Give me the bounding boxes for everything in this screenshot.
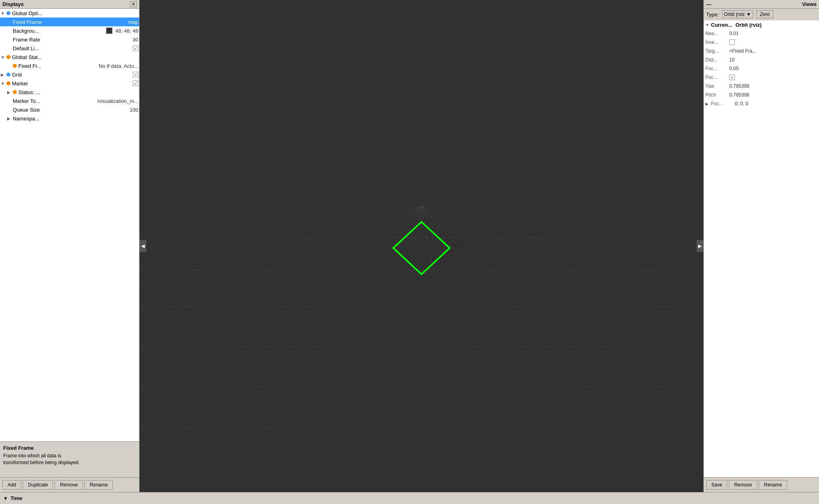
viewport-3d[interactable]: ◀ ▶: [140, 0, 703, 492]
views-type-label: Type:: [706, 12, 719, 18]
expand-icon-status: ▶: [7, 90, 12, 94]
rename-button[interactable]: Rename: [85, 480, 113, 490]
tree-item-grid[interactable]: ▶ Grid: [0, 70, 139, 79]
marker-checkbox[interactable]: [133, 81, 138, 86]
views-type-dropdown[interactable]: Orbit (rviz ▼: [722, 10, 753, 18]
views-dist-value: 10: [729, 57, 734, 63]
views-save-button[interactable]: Save: [706, 480, 727, 490]
expand-icon-focal3: ▶: [705, 102, 710, 106]
tree-item-default-light[interactable]: Default Li...: [0, 44, 139, 53]
views-item-focal2[interactable]: Foc...: [704, 73, 819, 82]
views-near-value: 0.01: [729, 31, 738, 36]
tree-item-frame-rate[interactable]: Frame Rate 30: [0, 35, 139, 44]
views-item-pitch[interactable]: Pitch 0.785398: [704, 91, 819, 99]
time-bar: ▼ Time: [0, 492, 819, 504]
views-item-dist[interactable]: Dist... 10: [704, 55, 819, 64]
tree-item-namespace[interactable]: ▶ Namespa...: [0, 114, 139, 123]
displays-panel: Displays ✕ ▼ Global Opti... Fixed Frame …: [0, 0, 140, 492]
background-color-value: 48; 48; 48: [115, 28, 138, 34]
views-focal1-value: 0.05: [729, 66, 738, 71]
views-tree: ▼ Curren... Orbit (rviz) Nea... 0.01 Inv…: [704, 20, 819, 477]
expand-icon-global-status: ▼: [1, 55, 6, 59]
svg-line-11: [421, 206, 583, 427]
viewport-grid: [140, 0, 703, 492]
views-pitch-value: 0.785398: [729, 92, 749, 98]
tree-item-marker-topic[interactable]: Marker To... /visualization_m...: [0, 96, 139, 105]
fixed-frame-value: map: [128, 19, 138, 25]
collapse-left-button[interactable]: ◀: [140, 240, 146, 252]
views-dist-label: Dist...: [705, 57, 729, 63]
svg-line-23: [421, 206, 703, 286]
fixed-frame-label: Fixed Frame: [13, 19, 127, 25]
description-title: Fixed Frame: [3, 445, 136, 451]
svg-line-24: [421, 206, 703, 327]
add-button[interactable]: Add: [2, 480, 21, 490]
expand-icon-namespace: ▶: [7, 116, 12, 121]
displays-tree: ▼ Global Opti... Fixed Frame map Backgro…: [0, 9, 139, 441]
status-dot-grid: [6, 73, 10, 77]
views-item-focal1[interactable]: Foc... 0.05: [704, 64, 819, 73]
views-title-label: Views: [802, 1, 817, 7]
global-ff-value: No tf data. Actu...: [98, 63, 138, 69]
default-light-checkbox[interactable]: [133, 45, 138, 51]
svg-line-0: [140, 206, 421, 427]
svg-line-9: [421, 206, 502, 427]
views-item-invert[interactable]: Inve...: [704, 38, 819, 47]
queue-size-label: Queue Size: [13, 107, 128, 113]
remove-button[interactable]: Remove: [55, 480, 83, 490]
displays-buttons: Add Duplicate Remove Rename: [0, 477, 139, 492]
tree-item-background-color[interactable]: Backgrou... 48; 48; 48: [0, 26, 139, 35]
views-invert-checkbox[interactable]: [729, 39, 735, 45]
global-status-label: Global Stat...: [12, 54, 138, 60]
svg-line-8: [421, 206, 462, 427]
views-focal2-label: Foc...: [705, 75, 729, 80]
views-dash-icon: —: [706, 1, 711, 7]
views-zero-button[interactable]: Zero: [756, 10, 774, 18]
status-dot-status: [13, 90, 17, 94]
views-current-section[interactable]: ▼ Curren... Orbit (rviz): [704, 20, 819, 29]
views-item-yaw[interactable]: Yaw 0.785398: [704, 82, 819, 91]
tree-item-queue-size[interactable]: Queue Size 100: [0, 105, 139, 114]
views-current-value: Orbit (rviz): [735, 22, 762, 28]
views-focal2-checkbox[interactable]: [729, 75, 735, 80]
views-panel: — Views Type: Orbit (rviz ▼ Zero ▼ Curre…: [703, 0, 819, 492]
expand-icon-current: ▼: [705, 23, 710, 27]
displays-close-button[interactable]: ✕: [130, 1, 137, 7]
tree-item-global-options[interactable]: ▼ Global Opti...: [0, 9, 139, 18]
views-item-target[interactable]: Targ... <Fixed Fra...: [704, 47, 819, 55]
svg-line-6: [381, 206, 421, 427]
marker-label: Marker: [12, 81, 133, 87]
default-light-label: Default Li...: [13, 45, 133, 51]
tree-item-fixed-frame[interactable]: Fixed Frame map: [0, 18, 139, 26]
views-item-focal3[interactable]: ▶ Foc... 0; 0; 0: [704, 99, 819, 108]
svg-line-1: [180, 206, 421, 427]
frame-rate-label: Frame Rate: [13, 37, 131, 43]
views-target-label: Targ...: [705, 48, 729, 54]
grid-checkbox[interactable]: [133, 72, 138, 77]
frame-rate-value: 30: [133, 37, 138, 43]
svg-line-14: [421, 206, 703, 427]
duplicate-button[interactable]: Duplicate: [23, 480, 53, 490]
namespace-label: Namespa...: [13, 116, 138, 122]
displays-panel-title: Displays ✕: [0, 0, 139, 9]
views-focal3-value: 0; 0; 0: [735, 101, 748, 106]
tree-item-status[interactable]: ▶ Status: ...: [0, 88, 139, 96]
status-dot-marker: [6, 81, 10, 85]
collapse-right-button[interactable]: ▶: [697, 240, 703, 252]
views-item-near[interactable]: Nea... 0.01: [704, 29, 819, 38]
views-remove-button[interactable]: Remove: [729, 480, 757, 490]
expand-icon-global-options: ▼: [1, 11, 6, 16]
queue-size-value: 100: [130, 107, 138, 113]
global-options-label: Global Opti...: [12, 10, 138, 16]
svg-line-22: [140, 206, 421, 327]
views-type-value: Orbit (rviz: [724, 12, 745, 17]
tree-item-marker[interactable]: ▼ Marker: [0, 79, 139, 88]
color-swatch[interactable]: [106, 28, 112, 34]
views-rename-button[interactable]: Rename: [759, 480, 787, 490]
views-current-label: Curren...: [711, 22, 732, 28]
svg-line-21: [140, 206, 421, 286]
tree-item-global-status[interactable]: ▼ Global Stat...: [0, 53, 139, 61]
background-color-label: Backgrou...: [13, 28, 106, 34]
tree-item-global-fixed-frame[interactable]: Fixed Fr... No tf data. Actu...: [0, 61, 139, 70]
views-yaw-label: Yaw: [705, 83, 729, 89]
